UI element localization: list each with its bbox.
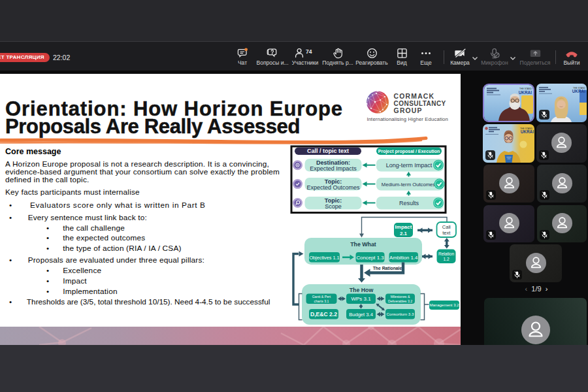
svg-text:Ambition 1.4: Ambition 1.4 (389, 255, 418, 261)
svg-text:Expected Outcomes: Expected Outcomes (306, 184, 360, 191)
svg-text:UKRAI: UKRAI (521, 129, 534, 134)
svg-text:charts 3.1: charts 3.1 (314, 299, 329, 303)
svg-text:Deliverables 3.2: Deliverables 3.2 (388, 299, 412, 303)
svg-text:Gantt & Pert: Gantt & Pert (312, 295, 331, 299)
svg-text:D,E&C 2.2: D,E&C 2.2 (310, 311, 337, 318)
svg-text:Expected Impacts: Expected Impacts (310, 165, 357, 172)
svg-text:Call: Call (442, 224, 451, 230)
svg-text:Milestones &: Milestones & (391, 295, 410, 299)
svg-text:Project proposal / Execution: Project proposal / Execution (378, 149, 440, 154)
svg-text:Budget 3.4: Budget 3.4 (349, 312, 373, 318)
svg-text:Concept 1.3: Concept 1.3 (356, 255, 384, 261)
svg-text:Impact: Impact (395, 224, 412, 230)
svg-text:Scope: Scope (325, 203, 342, 210)
svg-text:The What: The What (350, 241, 376, 248)
svg-text:Management 3.2: Management 3.2 (429, 303, 459, 307)
svg-text:Internationalising Higher Educ: Internationalising Higher Education (367, 116, 448, 122)
svg-text:The Rationale: The Rationale (373, 266, 402, 270)
svg-text:Objectives 1.1: Objectives 1.1 (309, 255, 339, 261)
svg-text:Results: Results (399, 200, 419, 206)
svg-text:Long-term Impact: Long-term Impact (386, 162, 433, 169)
svg-text:CONSULTANCY: CONSULTANCY (394, 100, 446, 107)
svg-text:Relation: Relation (438, 252, 455, 256)
svg-text:WPs 3.1: WPs 3.1 (351, 296, 371, 302)
svg-text:1.2: 1.2 (443, 257, 449, 261)
svg-text:CORMACK: CORMACK (394, 93, 435, 100)
svg-text:Medium-term Outcomes: Medium-term Outcomes (382, 182, 436, 188)
svg-text:Consortium 3.3: Consortium 3.3 (387, 312, 415, 316)
svg-text:2.1: 2.1 (400, 231, 408, 237)
svg-text:74: 74 (306, 48, 312, 55)
svg-text:Call / topic text: Call / topic text (307, 148, 349, 154)
svg-text:GROUP: GROUP (394, 107, 423, 114)
svg-text:UKRAI: UKRAI (519, 90, 532, 95)
svg-text:The How: The How (350, 287, 374, 293)
svg-text:text: text (442, 230, 451, 236)
svg-text:UKRAI: UKRAI (572, 89, 585, 93)
